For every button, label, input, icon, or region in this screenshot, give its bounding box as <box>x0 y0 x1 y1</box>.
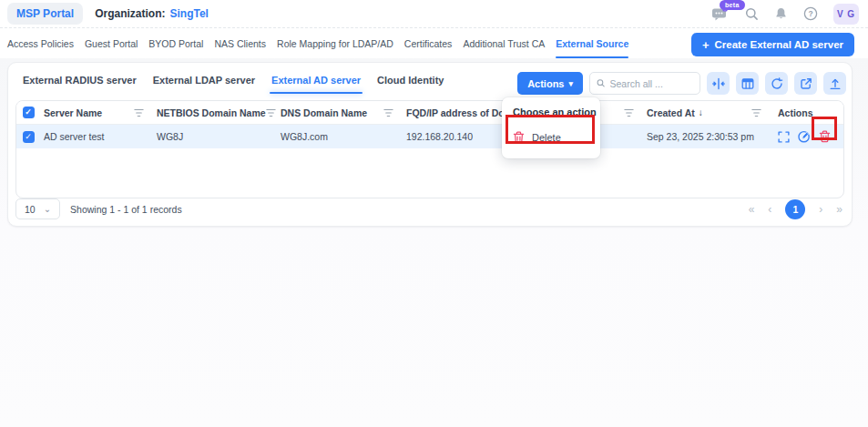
select-all-checkbox[interactable]: ✓ <box>16 107 40 118</box>
chevron-down-icon: ▾ <box>568 79 573 88</box>
refresh-icon <box>771 77 783 90</box>
open-export-button[interactable] <box>794 72 817 95</box>
nav-item-byod-portal[interactable]: BYOD Portal <box>148 29 203 58</box>
column-header-dns: DNS Domain Name <box>277 107 403 118</box>
notifications-bell-icon[interactable] <box>774 6 788 21</box>
open-external-icon <box>800 77 812 90</box>
nav-item-access-policies[interactable]: Access Policies <box>7 29 74 58</box>
cell-netbios: WG8J <box>153 131 277 142</box>
next-page-button[interactable]: › <box>819 203 822 216</box>
create-button-label: Create External AD server <box>715 39 843 50</box>
table-toolbar: Actions ▾ <box>517 72 846 95</box>
edit-row-icon[interactable] <box>798 130 811 143</box>
main-navigation: Access Policies Guest Portal BYOD Portal… <box>0 29 722 58</box>
page-content: External RADIUS server External LDAP ser… <box>0 58 868 427</box>
nav-item-additional-trust-ca[interactable]: Additional Trust CA <box>463 29 545 58</box>
page-size-value: 10 <box>25 204 36 215</box>
filter-icon[interactable] <box>134 108 144 117</box>
actions-dropdown-menu: Choose an action Delete <box>502 97 600 158</box>
filter-icon[interactable] <box>383 108 393 117</box>
external-source-card: External RADIUS server External LDAP ser… <box>7 62 853 227</box>
table-row[interactable]: ✓ AD server test WG8J WG8J.com 192.168.2… <box>16 125 843 148</box>
nav-item-nas-clients[interactable]: NAS Clients <box>214 29 266 58</box>
trash-icon <box>513 131 525 144</box>
column-header-actions: Actions <box>771 107 843 118</box>
actions-button-label: Actions <box>527 78 564 89</box>
upload-icon <box>829 77 842 90</box>
row-checkbox[interactable]: ✓ <box>16 131 40 143</box>
records-summary: Showing 1 - 1 of 1 records <box>70 204 182 215</box>
sort-descending-icon[interactable]: ↓ <box>699 107 703 117</box>
nav-item-certificates[interactable]: Certificates <box>404 29 453 58</box>
checkbox-checked-icon[interactable]: ✓ <box>23 107 35 118</box>
organization-label: Organization: <box>95 7 165 20</box>
last-page-button[interactable]: » <box>836 203 842 216</box>
cell-actions <box>771 130 843 143</box>
refresh-button[interactable] <box>765 72 788 95</box>
tab-cloud-identity[interactable]: Cloud Identity <box>377 75 444 91</box>
page-size-select[interactable]: 10 ⌄ <box>15 198 60 219</box>
filter-icon[interactable] <box>624 108 634 117</box>
delete-item-label: Delete <box>532 132 561 143</box>
search-icon <box>597 78 606 88</box>
organization-value-link[interactable]: SingTel <box>169 7 208 20</box>
ad-servers-table: ✓ Server Name NETBIOS Domain Name DNS Do… <box>15 100 844 198</box>
column-header-netbios: NETBIOS Domain Name <box>153 107 277 118</box>
create-external-ad-server-button[interactable]: + Create External AD server <box>691 33 854 56</box>
checkbox-checked-icon[interactable]: ✓ <box>23 131 35 143</box>
filter-icon[interactable] <box>751 108 761 117</box>
prev-page-button[interactable]: ‹ <box>768 203 771 216</box>
tab-external-ad-server[interactable]: External AD server <box>271 75 361 91</box>
column-header-server-name: Server Name <box>40 107 153 118</box>
delete-row-trash-icon[interactable] <box>819 130 831 143</box>
top-header-bar: MSP Portal Organization: SingTel beta <box>0 0 868 28</box>
fit-columns-icon <box>712 77 725 90</box>
search-input[interactable] <box>610 78 694 89</box>
search-icon[interactable] <box>745 7 759 21</box>
help-icon[interactable]: ? <box>803 6 818 21</box>
table-columns-icon <box>741 77 754 90</box>
pagination-bar: 10 ⌄ Showing 1 - 1 of 1 records « ‹ 1 › … <box>15 198 842 219</box>
user-avatar[interactable]: V G <box>833 4 859 25</box>
current-page-button[interactable]: 1 <box>785 199 805 219</box>
upload-button[interactable] <box>823 72 846 95</box>
pager-controls: « ‹ 1 › » <box>749 199 842 219</box>
topbar-actions: beta ? V G <box>711 4 861 25</box>
fit-columns-button[interactable] <box>707 72 730 95</box>
expand-row-icon[interactable] <box>778 131 790 143</box>
table-header-row: ✓ Server Name NETBIOS Domain Name DNS Do… <box>16 101 843 125</box>
dropdown-title: Choose an action <box>502 105 600 125</box>
first-page-button[interactable]: « <box>749 203 755 216</box>
nav-item-guest-portal[interactable]: Guest Portal <box>85 29 138 58</box>
nav-item-role-mapping[interactable]: Role Mapping for LDAP/AD <box>277 29 393 58</box>
cell-server-name: AD server test <box>40 131 153 142</box>
beta-badge: beta <box>720 0 745 10</box>
filter-icon[interactable] <box>266 108 276 117</box>
search-box[interactable] <box>589 72 700 95</box>
columns-settings-button[interactable] <box>736 72 759 95</box>
plus-icon: + <box>702 39 710 51</box>
tab-external-radius-server[interactable]: External RADIUS server <box>23 75 137 91</box>
cell-dns: WG8J.com <box>277 131 403 142</box>
column-header-created-at: Created At ↓ <box>643 107 771 118</box>
chevron-down-icon: ⌄ <box>44 204 51 214</box>
svg-text:?: ? <box>808 9 812 18</box>
chat-icon[interactable]: beta <box>711 6 730 21</box>
dropdown-item-delete[interactable]: Delete <box>502 125 600 150</box>
server-type-tabs: External RADIUS server External LDAP ser… <box>23 75 444 91</box>
tab-external-ldap-server[interactable]: External LDAP server <box>153 75 255 91</box>
cell-created-at: Sep 23, 2025 2:30:53 pm <box>643 131 771 142</box>
actions-dropdown-button[interactable]: Actions ▾ <box>517 72 583 95</box>
nav-item-external-source[interactable]: External Source <box>556 29 628 58</box>
msp-portal-button[interactable]: MSP Portal <box>7 3 83 25</box>
